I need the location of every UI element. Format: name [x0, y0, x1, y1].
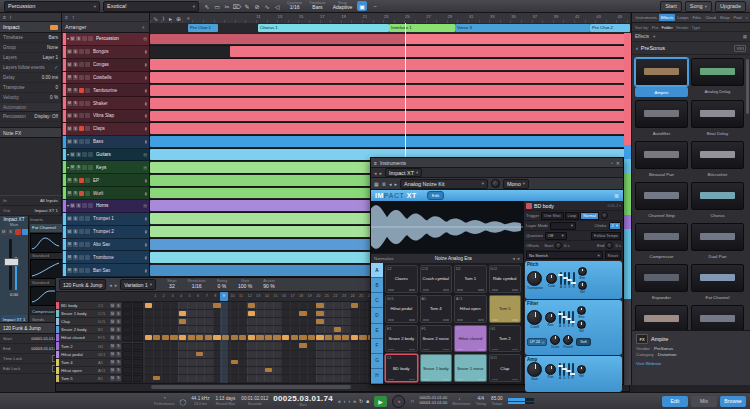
- tab-loops[interactable]: Loops: [676, 14, 690, 21]
- track-record-button[interactable]: [82, 203, 87, 208]
- pattern-offset-box[interactable]: [122, 326, 132, 333]
- drum-pad[interactable]: D#2Ride cymbal: [489, 265, 522, 293]
- folder-caret-icon[interactable]: ▾: [67, 152, 69, 157]
- add-icon[interactable]: ＋: [185, 14, 191, 23]
- browser-scrollbar[interactable]: [746, 59, 749, 114]
- top-dropdown-1[interactable]: Percussion▾: [4, 1, 100, 12]
- knob-tune[interactable]: Tune: [546, 273, 557, 288]
- erase-tool[interactable]: ⌦: [232, 1, 242, 11]
- end-button[interactable]: »: [353, 398, 356, 404]
- track-row[interactable]: MSTrumpet 2▮: [62, 226, 149, 239]
- track-mute-button[interactable]: M: [67, 139, 72, 144]
- audio-clip[interactable]: [150, 85, 630, 96]
- track-record-button[interactable]: [79, 191, 84, 196]
- variation-dropdown[interactable]: Variation 1▾: [120, 279, 156, 290]
- track-mute-button[interactable]: M: [67, 101, 72, 106]
- pattern-step-cell[interactable]: [162, 335, 169, 340]
- knob-vel[interactable]: Vel: [577, 320, 586, 333]
- track-mute-button[interactable]: M: [67, 268, 72, 273]
- audio-clip[interactable]: [150, 123, 630, 134]
- pattern-offset-box[interactable]: [122, 302, 132, 309]
- track-monitor-button[interactable]: [88, 36, 93, 41]
- prev-sample-icon[interactable]: ◂: [513, 256, 515, 261]
- pattern-step-cell[interactable]: [205, 335, 212, 340]
- folder-caret-icon[interactable]: ▾: [67, 165, 69, 170]
- track-monitor-button[interactable]: [85, 268, 90, 273]
- pattern-step-cell[interactable]: [316, 335, 323, 340]
- loop-toggle-button[interactable]: ↻: [359, 398, 363, 404]
- next-instrument-icon[interactable]: ▸: [380, 170, 383, 176]
- pattern-offset-box[interactable]: [122, 318, 132, 325]
- track-color-chip[interactable]: [50, 25, 58, 30]
- inspector-row[interactable]: Delay0.00 ms: [0, 73, 61, 83]
- mute-tool[interactable]: ⊘: [252, 1, 262, 11]
- pattern-offset-box[interactable]: [122, 359, 132, 366]
- pattern-solo-button[interactable]: S: [116, 360, 121, 365]
- start-offset-knob[interactable]: [555, 242, 562, 249]
- track-row[interactable]: MSCowbells▮: [62, 72, 149, 85]
- pattern-velocity-box[interactable]: [133, 351, 143, 358]
- drum-pad[interactable]: D2Tom 1: [454, 265, 487, 293]
- arranger-section[interactable]: Verse 3: [455, 24, 590, 32]
- pad-bank-B[interactable]: B: [371, 278, 383, 293]
- pattern-step-cell[interactable]: [248, 303, 255, 308]
- track-monitor-button[interactable]: [85, 113, 90, 118]
- track-solo-button[interactable]: S: [73, 88, 78, 93]
- filter-soft-toggle[interactable]: Soft: [576, 338, 591, 346]
- track-row[interactable]: MSTambourine▮: [62, 84, 149, 97]
- drum-pad[interactable]: A1Tom 4: [420, 295, 453, 323]
- knob-vel[interactable]: Vel: [578, 281, 587, 294]
- track-monitor-button[interactable]: [85, 242, 90, 247]
- browser-card[interactable]: Compressor: [635, 223, 688, 261]
- track-mute-button[interactable]: M: [67, 113, 72, 118]
- pattern-step-cell[interactable]: [299, 311, 306, 316]
- list-view-icon[interactable]: ≣: [382, 181, 386, 187]
- track-record-button[interactable]: [79, 113, 84, 118]
- stretch-mode-dropdown[interactable]: No Stretch▾: [526, 251, 603, 259]
- browse-page-button[interactable]: Browse: [720, 396, 746, 407]
- track-solo-button[interactable]: S: [73, 126, 78, 131]
- search-icon[interactable]: ⌕: [744, 14, 749, 21]
- track-mute-button[interactable]: M: [70, 152, 75, 157]
- pattern-step-cell[interactable]: [196, 335, 203, 340]
- track-record-button[interactable]: [79, 126, 84, 131]
- pattern-velocity-box[interactable]: [133, 367, 143, 374]
- pattern-step-cell[interactable]: [308, 335, 315, 340]
- pattern-mute-button[interactable]: M: [110, 327, 115, 332]
- paint-tool[interactable]: ✎: [242, 1, 252, 11]
- loop-locators[interactable]: 00025.01.01.00 00001.01.01.00: [419, 396, 447, 406]
- browser-card[interactable]: Channel Strip: [635, 182, 688, 220]
- io-row[interactable]: OutImpact XT 1: [0, 206, 61, 216]
- trigger-option-one-shot[interactable]: One Shot: [541, 212, 563, 220]
- track-monitor-button[interactable]: [85, 49, 90, 54]
- tempo-display[interactable]: 85.00 Tempo: [491, 396, 503, 406]
- inspector-info-icon[interactable]: i: [10, 14, 11, 20]
- knob-cutoff[interactable]: Cutoff: [527, 310, 542, 329]
- listen-tool[interactable]: ◁: [272, 1, 282, 11]
- inspector-row[interactable]: Velocity0 %: [0, 93, 61, 103]
- inspector-row[interactable]: GroupNone: [0, 43, 61, 53]
- pattern-solo-button[interactable]: S: [116, 352, 121, 357]
- track-mute-button[interactable]: M: [67, 242, 72, 247]
- pattern-step-cell[interactable]: [299, 335, 306, 340]
- track-record-button[interactable]: [82, 152, 87, 157]
- track-solo-button[interactable]: S: [73, 139, 78, 144]
- event-info-row[interactable]: Edit Lock: [0, 364, 62, 374]
- browser-card[interactable]: Ampire: [635, 58, 688, 97]
- prev-instrument-icon[interactable]: ◂: [374, 170, 377, 176]
- track-lane[interactable]: [150, 123, 630, 136]
- drum-pad[interactable]: C2Claves: [385, 265, 418, 293]
- track-row[interactable]: MSShaker▮: [62, 97, 149, 110]
- pattern-step-cell[interactable]: [188, 335, 195, 340]
- audio-clip[interactable]: [150, 98, 630, 109]
- pin-icon[interactable]: ▫: [611, 160, 613, 166]
- pattern-step-cell[interactable]: [256, 335, 263, 340]
- top-dropdown-2[interactable]: Exotica!▾: [103, 1, 199, 12]
- pattern-step-cell[interactable]: [170, 335, 177, 340]
- slider-S[interactable]: S: [567, 363, 569, 380]
- thumbnail-view-icon[interactable]: ▦: [743, 34, 747, 39]
- pattern-step-cell[interactable]: [265, 335, 272, 340]
- pattern-velocity-box[interactable]: [133, 310, 143, 317]
- browser-card[interactable]: Expander: [635, 264, 688, 302]
- slider-D[interactable]: D: [564, 272, 566, 289]
